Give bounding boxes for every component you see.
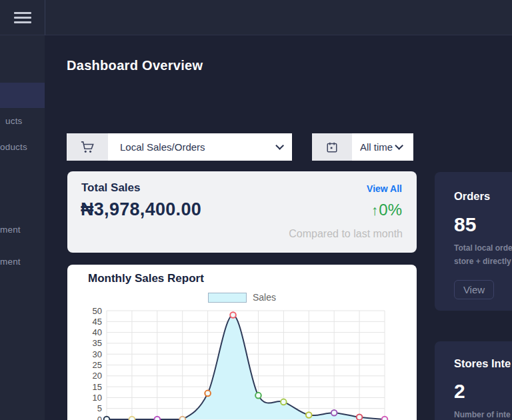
cart-icon xyxy=(67,133,108,161)
total-sales-amount: ₦3,978,400.00 xyxy=(81,199,201,220)
top-navbar xyxy=(0,0,512,35)
svg-text:20: 20 xyxy=(93,371,102,381)
sales-change-percent: ↑0% xyxy=(371,201,402,219)
total-sales-title: Total Sales xyxy=(81,181,141,195)
view-all-link[interactable]: View All xyxy=(367,183,402,194)
stores-count: 2 xyxy=(454,380,465,403)
change-value: 0% xyxy=(379,201,402,219)
svg-text:15: 15 xyxy=(93,382,102,392)
svg-text:50: 50 xyxy=(93,306,102,316)
time-range-filter: All time xyxy=(312,133,413,161)
orders-view-button[interactable]: View xyxy=(454,280,494,299)
stores-title: Stores Inte xyxy=(454,357,511,370)
sales-type-value: Local Sales/Orders xyxy=(120,141,275,153)
monthly-sales-card: Monthly Sales Report Sales 0510152025303… xyxy=(67,265,417,420)
sidebar: ucts oducts ment ment xyxy=(0,35,45,420)
svg-text:5: 5 xyxy=(97,403,102,413)
total-sales-card: Total Sales View All ₦3,978,400.00 ↑0% C… xyxy=(67,171,417,253)
hamburger-menu-icon[interactable] xyxy=(14,9,31,26)
monthly-sales-chart: 05101520253035404550 xyxy=(67,265,417,420)
orders-desc-line1: Total local orde xyxy=(454,243,512,253)
navbar-divider xyxy=(45,0,45,35)
sales-type-select[interactable]: Local Sales/Orders xyxy=(108,133,292,161)
calendar-icon xyxy=(312,133,352,161)
stores-card: Stores Inte 2 Number of inte xyxy=(435,341,512,420)
svg-text:0: 0 xyxy=(97,415,102,420)
time-range-select[interactable]: All time xyxy=(352,133,413,161)
svg-text:10: 10 xyxy=(93,393,102,403)
orders-desc-line2: store + directly o xyxy=(454,257,512,266)
sidebar-item-add-products[interactable]: oducts xyxy=(0,142,27,152)
up-arrow-icon: ↑ xyxy=(371,203,379,218)
svg-text:45: 45 xyxy=(93,317,102,327)
orders-count: 85 xyxy=(454,213,476,236)
page-title: Dashboard Overview xyxy=(67,58,203,73)
stores-description: Number of inte xyxy=(454,408,511,420)
time-range-value: All time xyxy=(360,141,395,153)
svg-text:35: 35 xyxy=(93,338,102,348)
svg-text:30: 30 xyxy=(93,349,102,359)
orders-title: Orders xyxy=(454,190,490,203)
svg-text:25: 25 xyxy=(93,360,102,370)
compare-text: Compared to last month xyxy=(289,228,403,240)
sales-type-filter: Local Sales/Orders xyxy=(67,133,292,161)
orders-description: Total local orde store + directly o xyxy=(454,241,512,268)
orders-card: Orders 85 Total local orde store + direc… xyxy=(435,172,512,311)
sidebar-item-management-1[interactable]: ment xyxy=(0,225,21,235)
chevron-down-icon xyxy=(275,141,284,150)
sidebar-item-management-2[interactable]: ment xyxy=(0,257,21,267)
sidebar-item-active[interactable] xyxy=(0,83,45,108)
svg-text:40: 40 xyxy=(93,327,102,337)
chevron-down-icon xyxy=(395,141,403,150)
sidebar-item-products[interactable]: ucts xyxy=(5,116,23,126)
